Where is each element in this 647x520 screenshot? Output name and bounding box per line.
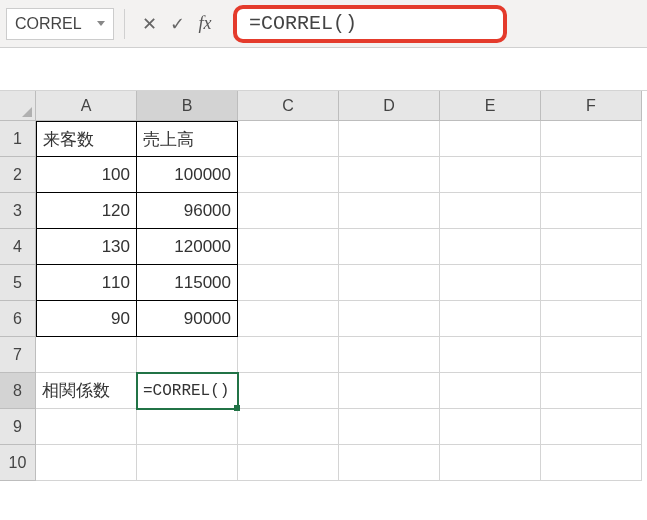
cell-D10[interactable]	[339, 445, 440, 481]
cell-F5[interactable]	[541, 265, 642, 301]
cell-C9[interactable]	[238, 409, 339, 445]
cell-D7[interactable]	[339, 337, 440, 373]
col-header-B[interactable]: B	[137, 91, 238, 121]
row-header-5[interactable]: 5	[0, 265, 36, 301]
cell-A1[interactable]: 来客数	[36, 121, 137, 157]
cell-A5[interactable]: 110	[36, 265, 137, 301]
cell-C10[interactable]	[238, 445, 339, 481]
cell-E9[interactable]	[440, 409, 541, 445]
cell-B8[interactable]	[137, 373, 238, 409]
cell-C8[interactable]	[238, 373, 339, 409]
cell-F1[interactable]	[541, 121, 642, 157]
formula-bar: CORREL ✕ ✓ fx	[0, 0, 647, 48]
cell-E4[interactable]	[440, 229, 541, 265]
cell-E3[interactable]	[440, 193, 541, 229]
cell-B2[interactable]: 100000	[137, 157, 238, 193]
cell-C4[interactable]	[238, 229, 339, 265]
cell-E1[interactable]	[440, 121, 541, 157]
cell-B1[interactable]: 売上高	[137, 121, 238, 157]
row-header-10[interactable]: 10	[0, 445, 36, 481]
cell-editor[interactable]	[143, 382, 231, 400]
cell-B3[interactable]: 96000	[137, 193, 238, 229]
col-header-D[interactable]: D	[339, 91, 440, 121]
row-header-4[interactable]: 4	[0, 229, 36, 265]
cell-B7[interactable]	[137, 337, 238, 373]
cell-F2[interactable]	[541, 157, 642, 193]
cell-D2[interactable]	[339, 157, 440, 193]
cell-A2[interactable]: 100	[36, 157, 137, 193]
cell-E2[interactable]	[440, 157, 541, 193]
cell-E7[interactable]	[440, 337, 541, 373]
cell-D3[interactable]	[339, 193, 440, 229]
cell-C7[interactable]	[238, 337, 339, 373]
cell-F3[interactable]	[541, 193, 642, 229]
cell-A6[interactable]: 90	[36, 301, 137, 337]
cell-E5[interactable]	[440, 265, 541, 301]
insert-function-button[interactable]: fx	[191, 10, 219, 38]
cell-A3[interactable]: 120	[36, 193, 137, 229]
spreadsheet-grid[interactable]: A B C D E F 1 来客数 売上高 2 100 100000 3 120…	[0, 90, 647, 481]
cell-A8[interactable]: 相関係数	[36, 373, 137, 409]
cell-B9[interactable]	[137, 409, 238, 445]
col-header-C[interactable]: C	[238, 91, 339, 121]
cell-A9[interactable]	[36, 409, 137, 445]
cell-B4[interactable]: 120000	[137, 229, 238, 265]
row-header-2[interactable]: 2	[0, 157, 36, 193]
confirm-button[interactable]: ✓	[163, 10, 191, 38]
cell-D8[interactable]	[339, 373, 440, 409]
cancel-icon: ✕	[142, 13, 157, 35]
cell-D6[interactable]	[339, 301, 440, 337]
cell-D5[interactable]	[339, 265, 440, 301]
cell-F7[interactable]	[541, 337, 642, 373]
ribbon-spacer	[0, 48, 647, 90]
col-header-F[interactable]: F	[541, 91, 642, 121]
cell-E6[interactable]	[440, 301, 541, 337]
col-header-E[interactable]: E	[440, 91, 541, 121]
cell-A4[interactable]: 130	[36, 229, 137, 265]
fx-icon: fx	[199, 13, 212, 34]
cell-B6[interactable]: 90000	[137, 301, 238, 337]
name-box-value: CORREL	[15, 15, 82, 33]
cancel-button[interactable]: ✕	[135, 10, 163, 38]
cell-B10[interactable]	[137, 445, 238, 481]
row-header-9[interactable]: 9	[0, 409, 36, 445]
cell-F4[interactable]	[541, 229, 642, 265]
cell-C6[interactable]	[238, 301, 339, 337]
col-header-A[interactable]: A	[36, 91, 137, 121]
cell-C2[interactable]	[238, 157, 339, 193]
name-box[interactable]: CORREL	[6, 8, 114, 40]
cell-A10[interactable]	[36, 445, 137, 481]
cell-D4[interactable]	[339, 229, 440, 265]
cell-C5[interactable]	[238, 265, 339, 301]
cell-C3[interactable]	[238, 193, 339, 229]
check-icon: ✓	[170, 13, 185, 35]
select-all-corner[interactable]	[0, 91, 36, 121]
formula-input-highlight	[233, 5, 507, 43]
separator	[124, 9, 125, 39]
row-header-8[interactable]: 8	[0, 373, 36, 409]
cell-A7[interactable]	[36, 337, 137, 373]
row-header-6[interactable]: 6	[0, 301, 36, 337]
cell-D1[interactable]	[339, 121, 440, 157]
formula-input[interactable]	[247, 11, 493, 36]
row-header-1[interactable]: 1	[0, 121, 36, 157]
cell-F10[interactable]	[541, 445, 642, 481]
cell-F9[interactable]	[541, 409, 642, 445]
cell-E8[interactable]	[440, 373, 541, 409]
cell-F8[interactable]	[541, 373, 642, 409]
chevron-down-icon[interactable]	[97, 21, 105, 26]
cell-F6[interactable]	[541, 301, 642, 337]
cell-E10[interactable]	[440, 445, 541, 481]
row-header-7[interactable]: 7	[0, 337, 36, 373]
cell-C1[interactable]	[238, 121, 339, 157]
cell-D9[interactable]	[339, 409, 440, 445]
row-header-3[interactable]: 3	[0, 193, 36, 229]
cell-B5[interactable]: 115000	[137, 265, 238, 301]
